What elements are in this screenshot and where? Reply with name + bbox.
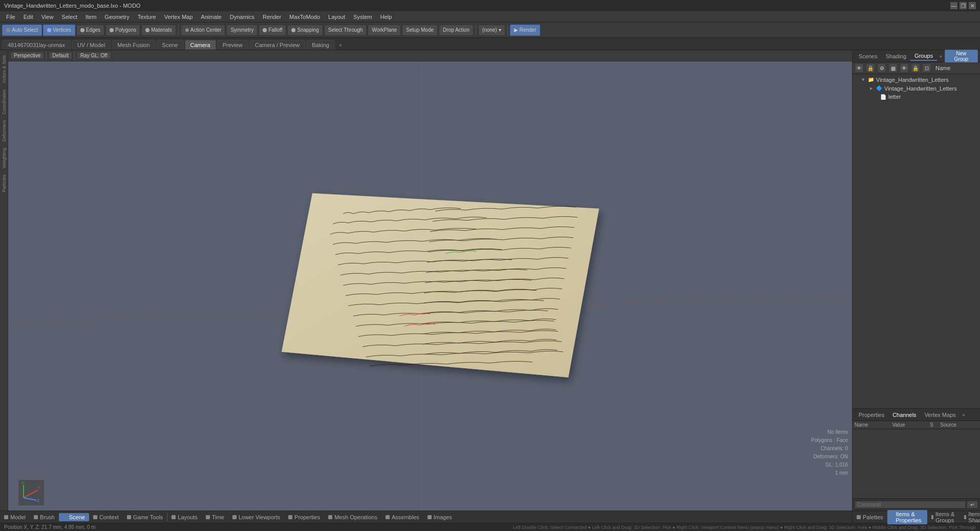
menu-help[interactable]: Help xyxy=(376,13,396,21)
bt-game-tools[interactable]: Game Tools xyxy=(123,513,167,521)
menu-file[interactable]: File xyxy=(2,13,19,21)
tree-item-root[interactable]: ▾ 📁 Vintage_Handwritten_Letters xyxy=(854,75,979,84)
viewport-area[interactable]: Perspective Default Ray GL: Off ⌂ ↺ ⊡ 🔒 … xyxy=(8,50,852,511)
tab-add-right[interactable]: + xyxy=(937,52,944,60)
new-group-button[interactable]: New Group xyxy=(945,50,978,63)
bt-lower-viewports[interactable]: Lower Viewports xyxy=(228,513,284,521)
materials-button[interactable]: Materials xyxy=(141,25,176,36)
bt-images[interactable]: Images xyxy=(423,513,456,521)
drop-action-button[interactable]: Drop Action xyxy=(439,25,474,36)
sidebar-coordinates[interactable]: Coordinates xyxy=(1,86,8,118)
items-shading-dot xyxy=(964,515,966,519)
render-button[interactable]: ▶ Render xyxy=(510,25,541,36)
tab-shading[interactable]: Shading xyxy=(882,52,910,60)
command-input[interactable] xyxy=(855,501,966,508)
brt-palettes[interactable]: Palettes xyxy=(853,513,887,521)
tab-vertex-maps[interactable]: Vertex Maps xyxy=(921,411,960,419)
lower-viewports-dot xyxy=(232,515,237,519)
3d-viewport[interactable]: No Items Polygons : Face Channels: 0 Def… xyxy=(8,61,852,511)
bt-brush[interactable]: Brush xyxy=(30,513,59,521)
action-center-button[interactable]: ⊕ Action Center xyxy=(181,25,226,36)
menu-layout[interactable]: Layout xyxy=(324,13,349,21)
bottom-left-tabs: Model Brush Scene Context Game Tools Lay… xyxy=(0,511,852,523)
main-toolbar: Auto Select Vertices Edges Polygons Mate… xyxy=(0,23,980,38)
right-icon-7[interactable]: ⊡ xyxy=(922,63,931,73)
menu-edit[interactable]: Edit xyxy=(19,13,37,21)
menu-system[interactable]: System xyxy=(349,13,376,21)
right-icon-4[interactable]: ▦ xyxy=(888,63,898,73)
polygons-button[interactable]: Polygons xyxy=(105,25,140,36)
auto-select-button[interactable]: Auto Select xyxy=(2,25,42,36)
workplane-button[interactable]: WorkPlane xyxy=(368,25,401,36)
bt-mesh-ops[interactable]: Mesh Operations xyxy=(324,513,381,521)
tab-add-button[interactable]: + xyxy=(336,40,345,50)
menu-animate[interactable]: Animate xyxy=(197,13,225,21)
tab-camera[interactable]: Camera xyxy=(185,40,216,50)
command-execute-button[interactable]: ↵ xyxy=(967,501,978,508)
falloff-button[interactable]: Falloff xyxy=(259,25,286,36)
tree-item-mesh[interactable]: ▸ 🔷 Vintage_Handwritten_Letters xyxy=(854,84,979,93)
menu-maxtomodo[interactable]: MaxToModo xyxy=(285,13,324,21)
tree-letter-icon: 📄 xyxy=(880,94,886,100)
menu-select[interactable]: Select xyxy=(57,13,81,21)
menu-texture[interactable]: Texture xyxy=(134,13,160,21)
close-button[interactable]: ✕ xyxy=(969,2,976,9)
none-dropdown-button[interactable]: (none) ▾ xyxy=(478,25,505,36)
sidebar-particles[interactable]: Particles xyxy=(1,171,8,195)
tab-scene[interactable]: Scene xyxy=(156,40,183,50)
tree-label-mesh: Vintage_Handwritten_Letters xyxy=(884,85,957,92)
maximize-button[interactable]: ❐ xyxy=(960,2,967,9)
svg-text:Y: Y xyxy=(22,481,25,485)
bt-layouts[interactable]: Layouts xyxy=(167,513,202,521)
tab-preview[interactable]: Preview xyxy=(217,40,248,50)
menu-render[interactable]: Render xyxy=(259,13,285,21)
snapping-button[interactable]: Snapping xyxy=(287,25,323,36)
menu-view[interactable]: View xyxy=(37,13,58,21)
bt-properties[interactable]: Properties xyxy=(284,513,324,521)
menu-item[interactable]: Item xyxy=(81,13,100,21)
brt-items-shading[interactable]: Items & Shading xyxy=(960,510,980,524)
tree-item-letter[interactable]: 📄 letter xyxy=(854,93,979,101)
vertices-button[interactable]: Vertices xyxy=(43,25,75,36)
brt-items-groups[interactable]: Items & Groups xyxy=(927,510,960,524)
sidebar-deformers[interactable]: Deformers xyxy=(1,117,8,145)
brt-items-properties[interactable]: Items & Properties xyxy=(887,510,927,524)
menu-vertexmap[interactable]: Vertex Map xyxy=(160,13,197,21)
tab-properties[interactable]: Properties xyxy=(855,411,888,419)
bottom-area: Model Brush Scene Context Game Tools Lay… xyxy=(0,511,980,523)
symmetry-button[interactable]: Symmetry xyxy=(226,25,258,36)
right-icon-3[interactable]: ⚙ xyxy=(877,63,886,73)
tab-mesh-fusion[interactable]: Mesh Fusion xyxy=(112,40,155,50)
setup-mode-button[interactable]: Setup Mode xyxy=(402,25,438,36)
tab-uv-model[interactable]: UV / Model xyxy=(72,40,111,50)
menu-geometry[interactable]: Geometry xyxy=(100,13,133,21)
vp-default-btn[interactable]: Default xyxy=(49,52,72,59)
select-through-button[interactable]: Select Through xyxy=(324,25,367,36)
tab-scenes[interactable]: Scenes xyxy=(855,52,882,60)
vp-raygl-btn[interactable]: Ray GL: Off xyxy=(77,52,111,59)
right-icon-5[interactable]: 👁 xyxy=(900,63,909,73)
bt-time[interactable]: Time xyxy=(202,513,228,521)
tab-groups[interactable]: Groups xyxy=(910,52,937,61)
tab-camera-preview[interactable]: Camera / Preview xyxy=(249,40,305,50)
sidebar-weighting[interactable]: Weighting xyxy=(1,145,8,171)
right-icon-6[interactable]: 🔒 xyxy=(911,63,920,73)
right-icon-2[interactable]: 🔒 xyxy=(866,63,875,73)
edges-button[interactable]: Edges xyxy=(76,25,104,36)
right-icon-1[interactable]: 👁 xyxy=(855,63,864,73)
sidebar-actors-sets[interactable]: Actors & Sets xyxy=(1,52,8,86)
tab-channels[interactable]: Channels xyxy=(888,411,920,419)
action-center-label: Action Center xyxy=(190,27,222,33)
tab-baking[interactable]: Baking xyxy=(306,40,335,50)
bt-context[interactable]: Context xyxy=(89,513,123,521)
menu-dynamics[interactable]: Dynamics xyxy=(226,13,259,21)
tree-group-icon: 📁 xyxy=(868,77,874,82)
bt-assembles[interactable]: Assembles xyxy=(381,513,423,521)
bt-model[interactable]: Model xyxy=(0,513,30,521)
gl-label: GL: 1,016 xyxy=(811,461,848,469)
bt-scene[interactable]: Scene xyxy=(59,513,89,521)
vp-perspective-btn[interactable]: Perspective xyxy=(10,52,44,59)
minimize-button[interactable]: — xyxy=(950,2,957,9)
tab-add-bottom[interactable]: + xyxy=(960,411,967,419)
tab-unmax[interactable]: 4814670031lay-unmax xyxy=(2,40,71,50)
